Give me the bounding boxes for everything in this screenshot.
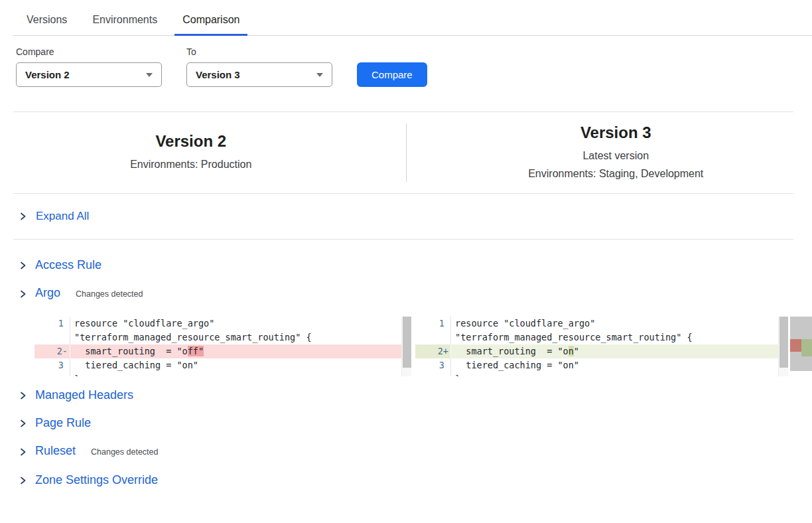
tab-comparison[interactable]: Comparison [174,14,247,36]
section-access-rule[interactable]: Access Rule [19,258,812,273]
compare-from-field: Compare Version 2 [16,46,162,87]
argo-diff-viewer: 1 resource "cloudflare_argo" "terraform_… [34,317,812,376]
code-text: resource "cloudflare_argo" [70,317,411,331]
section-zone-settings-override[interactable]: Zone Settings Override [19,473,812,488]
compare-to-value: Version 3 [196,69,240,80]
chevron-right-icon [19,261,27,270]
line-number [415,331,451,344]
line-number: 1 [415,317,451,331]
chevron-right-icon [19,476,27,485]
expand-all-label: Expand All [36,210,89,223]
line-number [415,372,451,376]
scrollbar-thumb[interactable] [779,317,788,368]
code-text: resource "cloudflare_argo" [451,317,788,331]
diff-line: 1 resource "cloudflare_argo" [34,317,411,331]
version-left-environments: Environments: Production [13,155,369,173]
code-pre: smart_routing = "o [74,346,188,356]
section-label: Argo [35,285,60,301]
compare-to-label: To [186,46,332,57]
tab-environments[interactable]: Environments [84,14,165,36]
version-right-title: Version 3 [439,123,794,143]
compare-to-field: To Version 3 [186,46,332,87]
code-text: "terraform_managed_resource_smart_routin… [70,331,411,344]
diff-pane-right: 1 resource "cloudflare_argo" "terraform_… [415,317,788,376]
chevron-right-icon [19,289,27,299]
chevron-right-icon [19,447,27,457]
changes-detected-badge: Changes detected [91,445,158,460]
version-left-title: Version 2 [13,131,369,151]
caret-down-icon [316,73,323,77]
version-left-header: Version 2 Environments: Production [13,131,406,173]
chevron-right-icon [19,212,27,221]
removed-word-highlight: ff" [188,346,204,356]
ruler-added-marker [801,339,812,356]
line-number [34,372,70,376]
version-headers: Version 2 Environments: Production Versi… [13,112,793,194]
compare-from-label: Compare [16,46,162,57]
code-text: tiered_caching = "on" [451,358,788,372]
compare-from-select[interactable]: Version 2 [16,62,162,87]
section-label: Ruleset [35,443,76,459]
diff-line-wrap: "terraform_managed_resource_smart_routin… [34,331,411,344]
section-label: Access Rule [35,258,102,273]
expand-all-button[interactable]: Expand All [13,194,793,240]
scrollbar-track[interactable] [778,317,788,376]
added-word-highlight: n [569,346,574,356]
version-right-subtitle: Latest version [439,147,794,165]
code-text: smart_routing = "off" [70,344,411,358]
diff-pane-left: 1 resource "cloudflare_argo" "terraform_… [34,317,411,376]
diff-line-wrap: "terraform_managed_resource_smart_routin… [415,331,788,344]
tab-bar: Versions Environments Comparison [0,0,812,36]
diff-line-removed: 2- smart_routing = "off" [34,344,411,358]
diff-line-added: 2+ smart_routing = "on" [415,344,788,358]
compare-button[interactable]: Compare [357,62,427,87]
section-ruleset[interactable]: Ruleset Changes detected [19,443,812,460]
line-number: 3 [415,358,451,372]
tab-versions[interactable]: Versions [19,14,75,36]
section-label: Page Rule [35,415,91,431]
diff-line: 3 tiered_caching = "on" [415,358,788,372]
compare-from-value: Version 2 [25,69,70,80]
diff-line: 3 tiered_caching = "on" [34,358,411,372]
diff-line: 1 resource "cloudflare_argo" [415,317,788,331]
code-pre: smart_routing = "o [455,346,569,356]
section-list: Access Rule Argo Changes detected 1 reso… [19,258,812,488]
diff-line: } [415,372,788,376]
diff-line: } [34,372,411,376]
code-text: } [451,372,788,376]
line-number [34,331,70,344]
compare-to-select[interactable]: Version 3 [186,62,332,87]
section-page-rule[interactable]: Page Rule [19,415,812,431]
scrollbar-track[interactable] [401,317,411,376]
code-text: } [70,372,411,376]
line-number: 2- [34,344,70,358]
ruler-removed-marker [790,339,801,352]
line-number: 3 [34,358,70,372]
version-right-header: Version 3 Latest version Environments: S… [407,123,794,183]
scrollbar-thumb[interactable] [403,317,411,368]
line-number: 2+ [415,344,451,358]
chevron-right-icon [19,391,27,400]
changes-detected-badge: Changes detected [76,287,143,302]
diff-overview-ruler[interactable] [790,317,812,371]
compare-form: Compare Version 2 To Version 3 Compare [16,46,812,87]
line-number: 1 [34,317,70,331]
comparison-page: Versions Environments Comparison Compare… [0,0,812,523]
chevron-right-icon [19,419,27,428]
code-text: smart_routing = "on" [451,344,788,358]
code-text: tiered_caching = "on" [70,358,411,372]
section-managed-headers[interactable]: Managed Headers [19,388,812,403]
section-argo[interactable]: Argo Changes detected [19,285,812,302]
caret-down-icon [146,73,153,77]
section-label: Managed Headers [35,388,133,403]
code-post: " [574,346,579,356]
code-text: "terraform_managed_resource_smart_routin… [451,331,788,344]
section-label: Zone Settings Override [35,473,158,488]
version-right-environments: Environments: Staging, Development [439,165,794,183]
